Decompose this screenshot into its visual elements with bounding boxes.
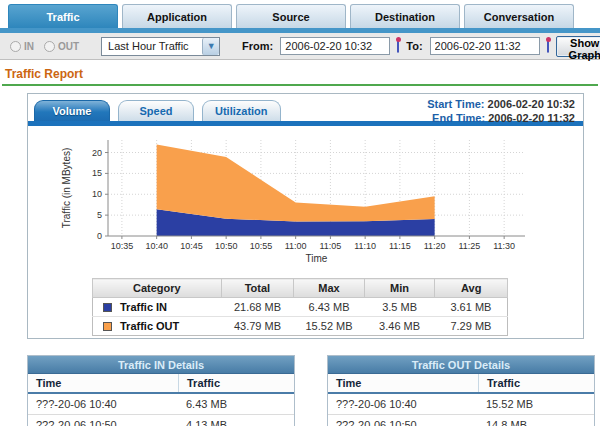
details-out-time-0: ???-20-06 10:40 (328, 394, 478, 414)
summary-in-min: 3.5 MB (364, 298, 435, 317)
summary-header-total: Total (221, 279, 294, 298)
svg-text:11:15: 11:15 (389, 241, 411, 251)
period-select-value: Last Hour Traffic (102, 40, 202, 52)
svg-text:10:55: 10:55 (250, 241, 273, 251)
traffic-area-chart: 10:3510:4010:4510:5010:5511:0011:0511:10… (58, 134, 583, 268)
radio-in-circle[interactable] (10, 41, 21, 52)
subtab-utilization[interactable]: Utilization (202, 100, 281, 121)
svg-text:11:10: 11:10 (354, 241, 376, 251)
summary-in-avg: 3.61 MB (435, 298, 508, 317)
details-in-time-1: ???-20-06 10:50 (28, 415, 178, 426)
svg-text:11:00: 11:00 (285, 241, 307, 251)
summary-header-row: Category Total Max Min Avg (93, 279, 508, 298)
calendar-dot (546, 37, 551, 42)
details-in-col-time: Time (28, 374, 178, 392)
list-item: ???-20-06 10:50 4.13 MB (28, 415, 294, 426)
traffic-out-details-title: Traffic OUT Details (328, 356, 594, 374)
details-out-traffic-0: 15.52 MB (478, 394, 594, 414)
summary-header-max: Max (294, 279, 365, 298)
svg-text:15: 15 (92, 168, 102, 178)
start-time-value: 2006-02-20 10:32 (488, 98, 575, 110)
details-out-col-traffic: Traffic (478, 374, 594, 392)
svg-text:10: 10 (92, 189, 102, 199)
tab-traffic[interactable]: Traffic (8, 4, 118, 28)
svg-text:5: 5 (97, 210, 102, 220)
start-time-row: Start Time: 2006-02-20 10:32 (427, 97, 575, 111)
tab-source[interactable]: Source (236, 4, 346, 28)
summary-category-in: Traffic IN (93, 298, 222, 317)
traffic-out-details-table: Traffic OUT Details Time Traffic ???-20-… (327, 355, 595, 426)
details-in-column-header: Time Traffic (28, 374, 294, 394)
svg-text:10:45: 10:45 (180, 241, 203, 251)
start-time-label: Start Time: (427, 98, 484, 110)
direction-radio-group: IN OUT (6, 41, 79, 52)
radio-out-circle[interactable] (44, 41, 55, 52)
svg-text:10:35: 10:35 (111, 241, 134, 251)
chart-canvas: 10:3510:4010:4510:5010:5511:0011:0511:10… (58, 134, 545, 266)
details-out-time-1: ???-20-06 10:50 (328, 415, 478, 426)
svg-text:11:05: 11:05 (319, 241, 341, 251)
list-item: ???-20-06 10:40 6.43 MB (28, 394, 294, 415)
details-out-col-time: Time (328, 374, 478, 392)
summary-category-out: Traffic OUT (93, 317, 222, 336)
svg-text:Time: Time (306, 253, 328, 264)
traffic-in-details-table: Traffic IN Details Time Traffic ???-20-0… (27, 355, 295, 426)
svg-text:11:20: 11:20 (424, 241, 446, 251)
time-range-info: Start Time: 2006-02-20 10:32 End Time: 2… (427, 97, 575, 125)
page-title: Traffic Report (0, 60, 600, 84)
summary-out-total: 43.79 MB (221, 317, 294, 336)
table-row: Traffic OUT 43.79 MB 15.52 MB 3.46 MB 7.… (93, 317, 508, 336)
summary-out-min: 3.46 MB (364, 317, 435, 336)
svg-text:Traffic (in MBytes): Traffic (in MBytes) (61, 148, 72, 229)
list-item: ???-20-06 10:40 15.52 MB (328, 394, 594, 415)
end-time-row: End Time: 2006-02-20 11:32 (427, 111, 575, 125)
traffic-out-swatch (103, 322, 112, 331)
calendar-icon-from[interactable] (397, 39, 399, 53)
details-in-traffic-0: 6.43 MB (178, 394, 294, 414)
end-time-label: End Time: (432, 112, 485, 124)
details-in-col-traffic: Traffic (178, 374, 294, 392)
summary-header-category: Category (93, 279, 222, 298)
from-label: From: (242, 40, 273, 52)
main-tab-bar: Traffic Application Source Destination C… (0, 0, 600, 28)
svg-text:11:30: 11:30 (493, 241, 515, 251)
filter-toolbar: IN OUT Last Hour Traffic ▼ From: To: Sho… (0, 33, 600, 60)
radio-in[interactable]: IN (10, 41, 34, 52)
svg-text:11:25: 11:25 (458, 241, 480, 251)
summary-header-avg: Avg (435, 279, 508, 298)
details-in-traffic-1: 4.13 MB (178, 415, 294, 426)
details-in-time-0: ???-20-06 10:40 (28, 394, 178, 414)
radio-in-label: IN (24, 41, 34, 52)
calendar-icon-to[interactable] (547, 39, 549, 53)
svg-text:10:40: 10:40 (145, 241, 168, 251)
to-label: To: (406, 40, 422, 52)
radio-out[interactable]: OUT (44, 41, 79, 52)
traffic-in-swatch (103, 303, 112, 312)
to-date-input[interactable] (430, 37, 540, 55)
tab-application[interactable]: Application (122, 4, 232, 28)
end-time-value: 2006-02-20 11:32 (488, 112, 575, 124)
details-out-traffic-1: 14.8 MB (478, 415, 594, 426)
subtab-speed[interactable]: Speed (118, 100, 194, 121)
summary-out-max: 15.52 MB (294, 317, 365, 336)
summary-header-min: Min (364, 279, 435, 298)
radio-out-label: OUT (58, 41, 79, 52)
list-item: ???-20-06 10:50 14.8 MB (328, 415, 594, 426)
summary-in-total: 21.68 MB (221, 298, 294, 317)
tab-destination[interactable]: Destination (350, 4, 460, 28)
svg-text:20: 20 (92, 148, 102, 158)
period-select[interactable]: Last Hour Traffic ▼ (101, 37, 220, 56)
show-graph-button[interactable]: Show Graph (556, 36, 600, 57)
tab-conversation[interactable]: Conversation (464, 4, 574, 28)
table-row: Traffic IN 21.68 MB 6.43 MB 3.5 MB 3.61 … (93, 298, 508, 317)
svg-text:10:50: 10:50 (215, 241, 238, 251)
traffic-in-details-title: Traffic IN Details (28, 356, 294, 374)
details-section: Traffic IN Details Time Traffic ???-20-0… (0, 355, 600, 426)
summary-out-avg: 7.29 MB (435, 317, 508, 336)
summary-in-max: 6.43 MB (294, 298, 365, 317)
chevron-down-icon[interactable]: ▼ (202, 38, 219, 55)
subtab-volume[interactable]: Volume (34, 100, 110, 121)
traffic-report-panel: Volume Speed Utilization Start Time: 200… (27, 93, 584, 339)
from-date-input[interactable] (280, 37, 390, 55)
calendar-dot (396, 37, 401, 42)
